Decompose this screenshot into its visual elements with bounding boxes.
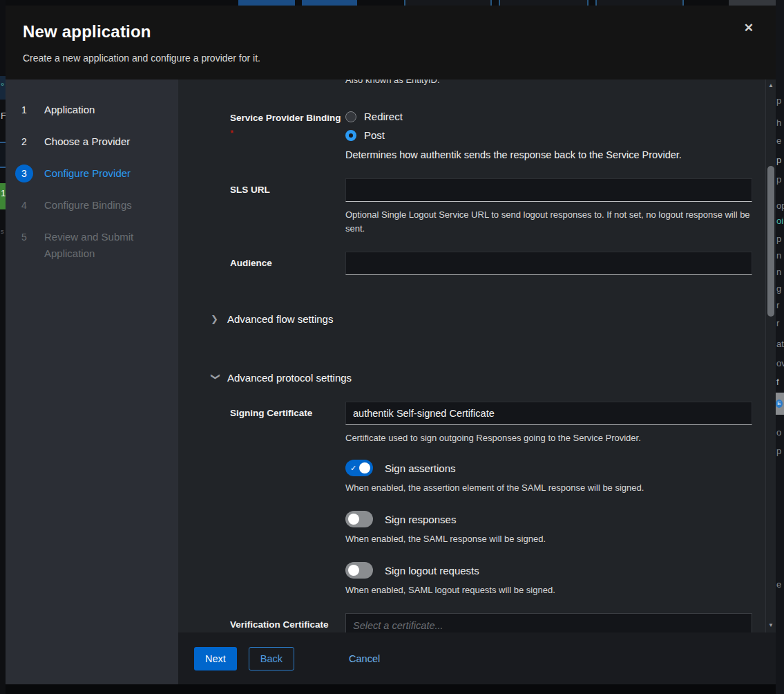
sign-logout-requests-toggle[interactable]: Sign logout requests (345, 562, 752, 579)
signing-certificate-select[interactable]: authentik Self-signed Certificate (345, 402, 752, 425)
background-fragment: g (776, 283, 781, 294)
sign-assertions-row: ✓ Sign assertions When enabled, the asse… (230, 460, 752, 495)
modal-title: New application (23, 22, 754, 41)
close-icon[interactable]: ✕ (744, 22, 754, 34)
background-fragment: r (776, 300, 779, 310)
background-fragment: n (776, 267, 781, 277)
sign-responses-toggle[interactable]: Sign responses (345, 511, 752, 527)
vertical-scrollbar[interactable]: ▲ ▼ (765, 79, 776, 632)
radio-checked-icon[interactable] (345, 130, 356, 141)
wizard-steps-nav: 1 Application 2 Choose a Provider 3 Conf… (6, 79, 178, 684)
background-fragment: e (776, 579, 781, 590)
background-fragment: E (776, 393, 784, 415)
signing-certificate-label: Signing Certificate (230, 402, 345, 445)
signing-certificate-field: authentik Self-signed Certificate Certif… (345, 402, 752, 445)
advanced-flow-settings-expander[interactable]: ❯ Advanced flow settings (211, 313, 333, 325)
background-fragment: op (776, 200, 784, 211)
chevron-down-icon: ❯ (211, 373, 221, 383)
badge-icon: E (776, 400, 783, 408)
required-asterisk: * (230, 128, 233, 138)
background-fragment: p (776, 155, 781, 165)
sign-logout-requests-help: When enabled, SAML logout requests will … (345, 583, 752, 597)
background-left-fragments: °F1s (0, 0, 6, 694)
step-label: Application (44, 101, 95, 118)
sls-url-input[interactable] (345, 178, 752, 202)
verification-certificate-row: Verification Certificate Select a certif… (230, 613, 752, 632)
background-fragment: s (1, 228, 4, 235)
background-right-fragments: pheppopoipnngrratovfEope (776, 0, 784, 694)
new-application-modal: New application Create a new application… (6, 6, 776, 684)
sign-responses-row: Sign responses When enabled, the SAML re… (230, 511, 752, 546)
sign-logout-requests-row: Sign logout requests When enabled, SAML … (230, 562, 752, 597)
background-fragment: f (776, 377, 779, 387)
entity-id-hint: Also known as EntityID. (345, 79, 440, 85)
background-fragment: ov (776, 358, 784, 368)
radio-option-post[interactable]: Post (345, 129, 752, 141)
service-provider-binding-field: Redirect Post Determines how authentik s… (345, 111, 752, 162)
step-number: 3 (15, 165, 33, 182)
next-button[interactable]: Next (194, 647, 237, 670)
toggle-off-icon[interactable] (345, 511, 373, 527)
step-configure-provider[interactable]: 3 Configure Provider (15, 162, 167, 185)
wizard-main: Also known as EntityID. Service Provider… (178, 79, 776, 684)
sign-assertions-toggle[interactable]: ✓ Sign assertions (345, 460, 752, 476)
background-fragment: F (1, 111, 6, 121)
step-label: Configure Bindings (44, 196, 132, 214)
modal-header: New application Create a new application… (6, 6, 776, 79)
service-provider-binding-label: Service Provider Binding * (230, 111, 345, 162)
step-number: 5 (15, 228, 33, 246)
background-tab (302, 0, 357, 6)
signing-certificate-row: Signing Certificate authentik Self-signe… (230, 402, 752, 445)
verification-certificate-field: Select a certificate... (345, 613, 752, 632)
wizard-scroll-area[interactable]: Also known as EntityID. Service Provider… (178, 79, 776, 632)
audience-row: Audience (230, 252, 752, 275)
background-tab (595, 0, 684, 6)
scroll-down-icon[interactable]: ▼ (766, 622, 776, 628)
back-button[interactable]: Back (249, 647, 294, 670)
sign-assertions-help: When enabled, the assertion element of t… (345, 481, 752, 495)
radio-option-redirect[interactable]: Redirect (345, 111, 752, 122)
background-fragment: ° (1, 81, 4, 91)
audience-label: Audience (230, 252, 345, 275)
background-fragment: h (776, 118, 781, 128)
verification-certificate-label: Verification Certificate (230, 613, 345, 632)
step-choose-a-provider[interactable]: 2 Choose a Provider (15, 131, 167, 153)
background-fragment: o (776, 427, 781, 438)
modal-subtitle: Create a new application and configure a… (23, 53, 754, 64)
background-fragment: p (776, 95, 781, 106)
sls-url-help: Optional Single Logout Service URL to se… (345, 208, 752, 236)
sls-url-label: SLS URL (230, 178, 345, 236)
background-bottom-strip (6, 684, 776, 694)
sign-responses-help: When enabled, the SAML response will be … (345, 532, 752, 546)
cancel-button[interactable]: Cancel (338, 647, 391, 670)
background-fragment: e (776, 135, 781, 146)
service-provider-binding-row: Service Provider Binding * Redirect Post (230, 111, 752, 162)
wizard-footer: Next Back Cancel (178, 632, 776, 684)
background-fragment: n (776, 250, 781, 261)
radio-icon[interactable] (345, 111, 356, 122)
screen: °F1s pheppopoipnngrratovfEope New applic… (0, 0, 784, 694)
verification-certificate-select[interactable]: Select a certificate... (345, 613, 752, 632)
background-fragment: p (776, 446, 781, 456)
step-application[interactable]: 1 Application (15, 99, 167, 121)
step-label: Review and Submit Application (44, 228, 165, 262)
audience-input[interactable] (345, 252, 752, 275)
scrollbar-thumb[interactable] (767, 166, 774, 317)
background-top-tabs (0, 0, 784, 6)
sls-url-row: SLS URL Optional Single Logout Service U… (230, 178, 752, 236)
background-tab (238, 0, 295, 6)
advanced-protocol-settings-expander[interactable]: ❯ Advanced protocol settings (211, 372, 352, 384)
sls-url-field: Optional Single Logout Service URL to se… (345, 178, 752, 236)
toggle-on-icon[interactable]: ✓ (345, 460, 373, 476)
modal-body: 1 Application 2 Choose a Provider 3 Conf… (6, 79, 776, 684)
background-fragment: 1 (1, 188, 6, 198)
service-provider-binding-help: Determines how authentik sends the respo… (345, 148, 752, 162)
scroll-up-icon[interactable]: ▲ (766, 82, 776, 88)
background-fragment: r (776, 318, 779, 328)
toggle-off-icon[interactable] (345, 562, 373, 579)
step-configure-bindings: 4 Configure Bindings (15, 194, 167, 216)
background-tab (499, 0, 589, 6)
step-number: 1 (15, 101, 33, 119)
background-fragment: at (776, 339, 784, 349)
step-label: Choose a Provider (44, 133, 130, 150)
